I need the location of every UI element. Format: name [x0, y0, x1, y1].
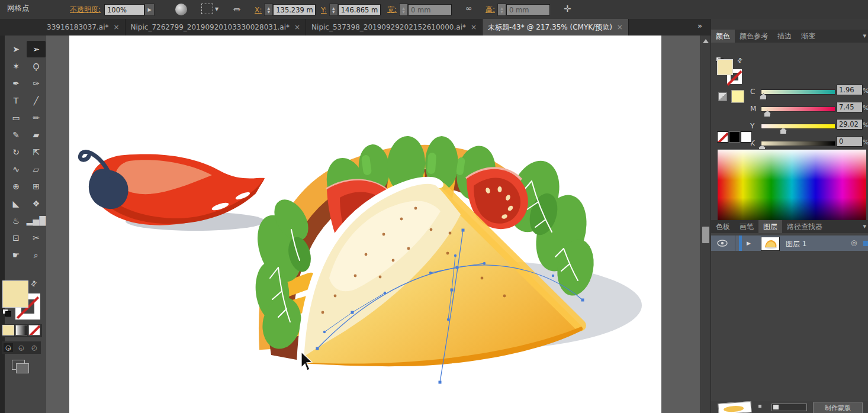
width-stepper[interactable]: ▲▼ — [399, 4, 408, 16]
pen-tool[interactable]: ✒ — [7, 75, 25, 92]
x-label[interactable]: X: — [255, 6, 262, 14]
scrollbar-thumb[interactable] — [702, 227, 709, 243]
scroll-up-icon[interactable] — [703, 39, 709, 43]
channel-value-field[interactable]: 1.96 — [837, 85, 863, 95]
channel-slider[interactable] — [761, 107, 835, 112]
draw-behind-mode-icon[interactable]: ◵ — [17, 343, 26, 352]
blend-tool[interactable]: ❖ — [27, 195, 46, 212]
y-stepper[interactable]: ▲▼ — [329, 4, 338, 16]
channel-slider-knob[interactable] — [764, 111, 771, 117]
panel-tab[interactable]: 图层 — [758, 220, 782, 233]
channel-value-field[interactable]: 0 — [837, 136, 863, 147]
fill-proxy-swatch[interactable] — [717, 59, 733, 75]
draw-inside-mode-icon[interactable]: ◴ — [30, 343, 39, 352]
symbol-sprayer-tool[interactable]: ♨ — [7, 212, 25, 229]
panel-tab[interactable]: 路径查找器 — [782, 220, 827, 233]
transform-arrows-icon[interactable]: ✛ — [564, 4, 571, 14]
tab-close-icon[interactable]: × — [294, 23, 300, 31]
make-mask-button[interactable]: 制作蒙版 — [813, 402, 863, 413]
panel-menu-icon[interactable]: ▾ — [863, 32, 866, 40]
magic-wand-tool[interactable]: ✶ — [7, 58, 25, 75]
perspective-grid-tool[interactable]: ⊞ — [27, 178, 46, 195]
white-swatch[interactable] — [741, 131, 752, 143]
shape-builder-tool[interactable]: ⊕ — [7, 178, 25, 195]
height-label[interactable]: 高: — [486, 5, 495, 15]
width-field[interactable]: 0 mm — [408, 4, 452, 15]
height-stepper[interactable]: ▲▼ — [497, 4, 506, 16]
screen-mode-button[interactable] — [12, 360, 30, 374]
free-transform-tool[interactable]: ▱ — [27, 161, 46, 178]
paint-none-button[interactable] — [28, 325, 40, 335]
curvature-tool[interactable]: ✑ — [27, 75, 46, 92]
panel-menu-icon[interactable]: ▾ — [863, 222, 866, 230]
link-dimensions-icon[interactable]: ∞ — [465, 4, 472, 13]
layer-name[interactable]: 图层 1 — [786, 239, 806, 249]
column-graph-tool[interactable]: ▂▅█ — [27, 212, 46, 229]
tab-close-icon[interactable]: × — [471, 23, 477, 31]
width-tool[interactable]: ∿ — [7, 161, 25, 178]
eyedropper-tool[interactable]: ◣ — [7, 195, 25, 212]
y-label[interactable]: Y: — [321, 6, 327, 14]
artboard-tool[interactable]: ⊡ — [7, 230, 25, 246]
default-fill-stroke-icon[interactable] — [2, 309, 11, 316]
lasso-tool[interactable]: Ϙ — [27, 58, 46, 75]
paintbrush-tool[interactable]: ✏ — [27, 109, 46, 126]
transparency-slider[interactable] — [771, 404, 807, 411]
draw-normal-mode-icon[interactable]: ◶ — [4, 343, 13, 352]
opacity-field[interactable]: 100% — [104, 4, 144, 15]
document-tab[interactable]: Nipic_7262799_20190920103330028031.ai*× — [126, 19, 307, 36]
x-stepper[interactable]: ▲▼ — [264, 4, 273, 16]
channel-value-field[interactable]: 29.02 — [837, 119, 863, 130]
paint-gradient-button[interactable] — [15, 325, 27, 335]
swap-fill-stroke-icon[interactable]: ⇄ — [29, 278, 39, 288]
swap-fill-stroke-icon[interactable]: ⇄ — [735, 56, 744, 64]
width-label[interactable]: 宽: — [387, 5, 397, 15]
paint-color-button[interactable] — [2, 325, 14, 335]
fill-color-swatch[interactable] — [2, 280, 28, 308]
rotate-tool[interactable]: ↻ — [7, 144, 25, 160]
color-spectrum[interactable] — [718, 149, 866, 230]
panel-tab[interactable]: 色板 — [711, 220, 735, 233]
channel-slider-knob[interactable] — [780, 128, 787, 134]
tab-overflow-icon[interactable]: » — [697, 21, 702, 30]
layer-row[interactable]: ▶ 图层 1 ◎ — [711, 235, 868, 251]
zoom-tool[interactable]: ⌕ — [27, 247, 46, 263]
tab-close-icon[interactable]: × — [617, 23, 623, 31]
panel-tab[interactable]: 颜色参考 — [735, 30, 773, 43]
canvas[interactable] — [46, 36, 700, 413]
eraser-tool[interactable]: ▰ — [27, 127, 46, 143]
type-tool[interactable]: T — [7, 92, 25, 109]
chevron-down-icon[interactable]: ▼ — [215, 7, 218, 12]
panel-tab[interactable]: 描边 — [773, 30, 796, 43]
direct-selection-tool[interactable]: ➢ — [27, 41, 46, 57]
document-tab[interactable]: 33916183037.ai*× — [41, 19, 126, 36]
selection-tool[interactable]: ➤ — [7, 41, 25, 57]
line-segment-tool[interactable]: ╱ — [27, 92, 46, 109]
pencil-tool[interactable]: ✎ — [7, 127, 25, 143]
channel-value-field[interactable]: 7.45 — [837, 102, 863, 112]
rectangle-tool[interactable]: ▭ — [7, 109, 25, 126]
height-field[interactable]: 0 mm — [506, 4, 550, 15]
channel-slider-knob[interactable] — [760, 93, 767, 100]
document-tab[interactable]: 未标题-43* @ 217.35% (CMYK/预览)× — [483, 19, 629, 36]
channel-slider[interactable] — [761, 89, 835, 95]
expand-triangle-icon[interactable]: ▶ — [747, 240, 751, 246]
opacity-dropdown-button[interactable]: ▶ — [144, 4, 155, 16]
panel-tab[interactable]: 画笔 — [735, 220, 758, 233]
visibility-cell[interactable] — [711, 235, 735, 251]
layer-target-icon[interactable]: ◎ — [851, 238, 857, 247]
eye-icon[interactable] — [717, 240, 728, 247]
opacity-label[interactable]: 不透明度: — [70, 5, 101, 15]
width-point-icon[interactable]: ⏛ — [233, 4, 240, 14]
scale-tool[interactable]: ⇱ — [27, 144, 46, 160]
black-swatch[interactable] — [729, 131, 740, 143]
none-swatch[interactable] — [717, 131, 728, 143]
transparency-thumbnail[interactable] — [718, 401, 751, 413]
x-field[interactable]: 135.239 m — [273, 4, 316, 15]
y-field[interactable]: 146.865 m — [338, 4, 381, 15]
hand-tool[interactable]: ☛ — [7, 247, 25, 263]
panel-tab[interactable]: 颜色 — [711, 30, 735, 43]
layer-thumbnail[interactable] — [761, 237, 780, 251]
channel-slider[interactable] — [761, 141, 835, 146]
document-tab[interactable]: Nipic_537398_20190929202152610000.ai*× — [306, 19, 483, 36]
